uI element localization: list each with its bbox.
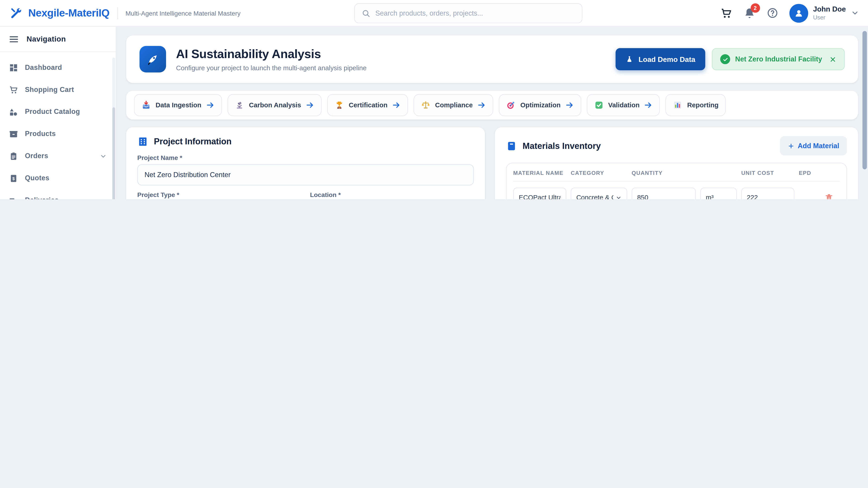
unit-cost-input[interactable] — [741, 188, 794, 199]
header-actions: 2 John Doe User — [720, 4, 859, 22]
global-search[interactable] — [354, 3, 582, 23]
pipeline-step-validation: Validation — [587, 94, 660, 116]
sidebar-item-deliveries[interactable]: Deliveries — [0, 189, 116, 199]
cart-button[interactable] — [720, 7, 733, 19]
scales-icon — [421, 100, 431, 110]
load-demo-label: Load Demo Data — [639, 55, 695, 64]
sidebar-header: Navigation — [0, 27, 116, 52]
inbox-icon — [141, 100, 151, 110]
pipeline-step-carbon-analysis: Carbon Analysis — [227, 94, 322, 116]
trophy-icon — [334, 100, 344, 110]
unit-input[interactable] — [700, 188, 737, 199]
arrow-right-icon — [306, 101, 314, 109]
step-label: Carbon Analysis — [249, 101, 301, 109]
dashboard-icon — [9, 63, 18, 72]
step-label: Optimization — [520, 101, 561, 109]
sidebar-item-label: Products — [25, 130, 56, 138]
status-chip-label: Net Zero Industrial Facility — [735, 55, 822, 63]
pipeline-step-data-ingestion: Data Ingestion — [134, 94, 222, 116]
flask-icon — [626, 55, 633, 63]
card-box-icon — [506, 140, 517, 151]
pipeline-steps: Data Ingestion Carbon Analysis Certifica… — [126, 91, 858, 120]
box-icon — [9, 129, 18, 139]
sidebar-item-label: Shopping Cart — [25, 86, 74, 94]
brand[interactable]: Nexgile-MateriIQ Multi-Agent Intelligenc… — [9, 6, 241, 20]
hamburger-menu-icon[interactable] — [9, 34, 19, 44]
step-label: Compliance — [435, 101, 473, 109]
pipeline-step-compliance: Compliance — [413, 94, 493, 116]
quantity-input[interactable] — [631, 188, 696, 199]
load-demo-data-button[interactable]: Load Demo Data — [616, 48, 705, 70]
user-role: User — [813, 14, 846, 20]
select-value: Concrete & Ce — [576, 194, 613, 199]
sidebar-item-dashboard[interactable]: Dashboard — [0, 57, 116, 78]
building-icon — [137, 136, 148, 147]
user-menu[interactable]: John Doe User — [789, 4, 859, 22]
sidebar-item-orders[interactable]: Orders — [0, 145, 116, 167]
sidebar-item-label: Product Catalog — [25, 108, 80, 116]
page-scrollbar-thumb[interactable] — [863, 31, 867, 169]
chevron-down-icon — [616, 195, 622, 199]
add-material-button[interactable]: Add Material — [780, 136, 847, 156]
section-title: Project Information — [154, 137, 231, 147]
trash-icon[interactable] — [825, 193, 834, 199]
category-select[interactable]: Concrete & Ce — [571, 188, 627, 199]
materials-table: Material Name Category Quantity Unit Cos… — [506, 163, 847, 199]
chevron-down-icon — [851, 9, 859, 17]
chevron-down-icon — [100, 153, 107, 160]
notifications-button[interactable]: 2 — [743, 7, 755, 19]
arrow-right-icon — [477, 101, 486, 109]
bar-chart-icon — [673, 100, 683, 110]
project-information-card: Project Information Project Name * Proje… — [126, 127, 485, 199]
sidebar: Navigation Dashboard Shopping Cart Produ… — [0, 27, 116, 199]
help-button[interactable] — [767, 7, 778, 19]
material-name-input[interactable] — [513, 188, 566, 199]
cart-icon — [9, 85, 18, 94]
rocket-icon — [140, 46, 166, 72]
clipboard-icon — [9, 151, 18, 161]
help-icon — [767, 7, 778, 19]
arrow-right-icon — [392, 101, 401, 109]
sidebar-item-label: Quotes — [25, 174, 49, 182]
cart-icon — [720, 7, 733, 19]
top-header: Nexgile-MateriIQ Multi-Agent Intelligenc… — [0, 0, 868, 27]
truck-icon — [9, 196, 18, 199]
arrow-right-icon — [644, 101, 653, 109]
sidebar-item-label: Dashboard — [25, 64, 62, 71]
material-row: Concrete & Ce — [513, 181, 840, 199]
field-label: Project Type * — [137, 191, 301, 198]
sidebar-scrollbar-thumb[interactable] — [112, 107, 115, 199]
project-name-input[interactable] — [137, 164, 474, 185]
page-title: AI Sustainability Analysis — [176, 47, 367, 61]
sidebar-item-shopping-cart[interactable]: Shopping Cart — [0, 78, 116, 101]
column-header: Unit Cost — [741, 170, 794, 176]
app-subtitle: Multi-Agent Intelligence Material Master… — [125, 10, 241, 16]
sidebar-item-products[interactable]: Products — [0, 123, 116, 145]
search-input[interactable] — [375, 9, 575, 17]
column-header: EPD — [799, 170, 820, 176]
sidebar-scrollbar[interactable] — [112, 58, 115, 199]
add-material-label: Add Material — [798, 142, 839, 150]
arrow-right-icon — [206, 101, 215, 109]
microscope-icon — [235, 100, 245, 110]
search-icon — [362, 8, 370, 18]
column-header: Material Name — [513, 170, 566, 176]
main-content: AI Sustainability Analysis Configure you… — [116, 27, 868, 199]
page-subtitle: Configure your project to launch the mul… — [176, 64, 367, 72]
step-label: Data Ingestion — [156, 101, 202, 109]
sidebar-items: Dashboard Shopping Cart Product Catalog … — [0, 52, 116, 199]
person-icon — [794, 8, 804, 18]
notification-badge: 2 — [750, 3, 760, 12]
sidebar-item-product-catalog[interactable]: Product Catalog — [0, 101, 116, 123]
step-label: Reporting — [687, 101, 719, 109]
sidebar-item-quotes[interactable]: Quotes — [0, 167, 116, 189]
sidebar-item-label: Orders — [25, 152, 48, 160]
divider — [117, 7, 118, 19]
step-label: Certification — [349, 101, 388, 109]
nav-title: Navigation — [27, 35, 66, 43]
user-name: John Doe — [813, 6, 846, 14]
field-label: Location * — [310, 191, 474, 198]
close-icon[interactable] — [829, 56, 837, 63]
pipeline-step-reporting: Reporting — [665, 94, 725, 116]
column-header: Quantity — [631, 170, 696, 176]
